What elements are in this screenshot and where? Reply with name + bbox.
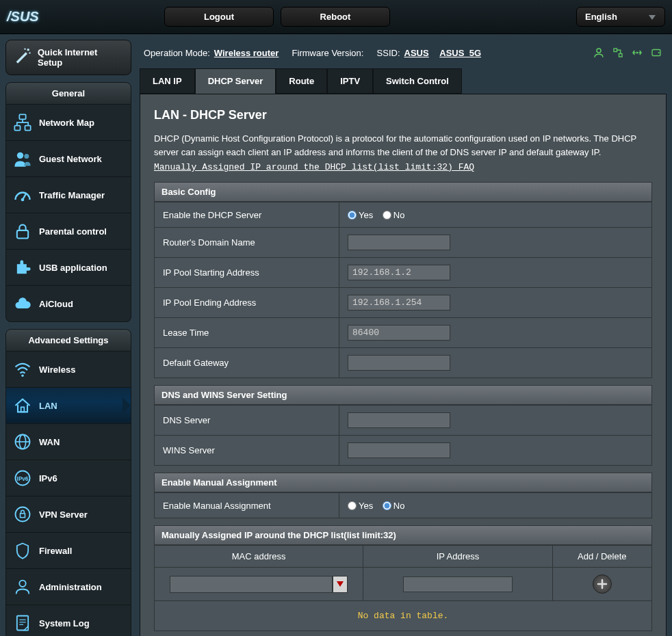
gateway-label: Default Gateway [155, 348, 339, 378]
reboot-button[interactable]: Reboot [281, 7, 390, 27]
sidebar-item-firewall[interactable]: Firewall [6, 533, 131, 569]
sidebar-item-lan[interactable]: LAN [6, 388, 131, 424]
svg-point-8 [24, 154, 29, 159]
home-icon [13, 396, 32, 415]
manual-header: Enable Manual Assignment [154, 473, 652, 492]
svg-point-2 [29, 52, 30, 53]
tab-lan-ip[interactable]: LAN IP [140, 68, 195, 94]
basic-config-header: Basic Config [154, 182, 652, 202]
sidebar-item-wireless[interactable]: Wireless [6, 352, 131, 388]
col-ip: IP Address [363, 546, 552, 568]
sidebar-item-vpn-server[interactable]: VPN Server [6, 496, 131, 533]
vpn-icon [13, 505, 32, 524]
domain-input[interactable] [348, 235, 450, 250]
sidebar-item-system-log[interactable]: System Log [6, 605, 131, 636]
pool-start-input[interactable] [348, 265, 450, 280]
pool-start-label: IP Pool Starting Address [155, 258, 339, 288]
language-label: English [585, 12, 617, 22]
dns-table: DNS Server WINS Server [154, 405, 652, 466]
svg-rect-28 [619, 54, 623, 57]
advanced-header: Advanced Settings [5, 329, 131, 352]
no-data-message: No data in table. [154, 601, 652, 631]
enable-dhcp-no[interactable] [383, 211, 391, 220]
svg-rect-5 [14, 126, 20, 131]
cloud-icon [13, 294, 32, 313]
pool-end-label: IP Pool Ending Address [155, 288, 339, 318]
mac-input[interactable] [170, 576, 333, 593]
svg-rect-27 [614, 49, 617, 52]
page-description: DHCP (Dynamic Host Configuration Protoco… [154, 132, 652, 159]
svg-point-31 [658, 52, 660, 53]
language-dropdown[interactable]: English [576, 7, 665, 27]
sidebar-item-traffic-manager[interactable]: Traffic Manager [6, 177, 131, 213]
mac-combo[interactable] [170, 576, 348, 593]
pool-end-input[interactable] [348, 295, 450, 310]
fw-label: Firmware Version: [292, 48, 364, 58]
ipv6-icon: IPv6 [13, 468, 32, 488]
mac-dropdown-button[interactable] [333, 576, 348, 593]
usb-status-icon[interactable] [631, 47, 643, 59]
svg-point-19 [16, 507, 30, 522]
svg-marker-0 [649, 15, 656, 20]
svg-point-10 [21, 198, 25, 202]
sidebar-item-parental-control[interactable]: Parental control [6, 213, 131, 250]
sidebar-item-aicloud[interactable]: AiCloud [6, 286, 131, 321]
sidebar-item-guest-network[interactable]: Guest Network [6, 141, 131, 177]
chevron-down-icon [337, 581, 344, 587]
enable-dhcp-yes[interactable] [348, 211, 357, 220]
lock-icon [13, 222, 32, 241]
svg-point-12 [21, 375, 24, 377]
manual-yes[interactable] [348, 501, 357, 510]
brand-logo: /SUS [7, 9, 144, 25]
lease-input[interactable] [348, 325, 450, 341]
sidebar-item-network-map[interactable]: Network Map [6, 105, 131, 141]
add-row-button[interactable] [593, 574, 612, 594]
dns-label: DNS Server [155, 406, 339, 436]
enable-dhcp-label: Enable the DHCP Server [155, 202, 339, 228]
mac-ip-table: MAC address IP Address Add / Delete [154, 545, 652, 601]
ssid-label: SSID: [377, 48, 400, 58]
network-map-icon [13, 113, 32, 132]
sidebar-item-usb-application[interactable]: USB application [6, 250, 131, 286]
sidebar-item-administration[interactable]: Administration [6, 569, 131, 605]
disk-status-icon[interactable] [650, 47, 662, 59]
tab-dhcp-server[interactable]: DHCP Server [195, 68, 276, 94]
gateway-input[interactable] [348, 355, 450, 371]
svg-rect-6 [25, 126, 31, 131]
wins-input[interactable] [348, 442, 450, 458]
basic-config-table: Enable the DHCP Server Yes No Router's D… [154, 202, 652, 378]
admin-icon [13, 577, 32, 596]
manual-no[interactable] [383, 501, 391, 510]
user-status-icon[interactable] [593, 47, 605, 59]
svg-point-29 [636, 52, 638, 54]
sidebar: Quick Internet Setup General Network Map… [0, 34, 137, 636]
tab-bar: LAN IP DHCP Server Route IPTV Switch Con… [140, 68, 667, 94]
logout-button[interactable]: Logout [164, 7, 274, 27]
shield-icon [13, 541, 32, 560]
users-icon [13, 149, 32, 168]
wifi-icon [13, 360, 32, 379]
ssid-1: ASUS [404, 48, 429, 58]
network-status-icon[interactable] [612, 47, 624, 59]
top-bar: /SUS Logout Reboot English [0, 0, 672, 34]
ip-input[interactable] [403, 577, 513, 592]
sidebar-item-ipv6[interactable]: IPv6 IPv6 [6, 460, 131, 496]
op-mode-label: Operation Mode: [144, 48, 210, 58]
quick-internet-setup[interactable]: Quick Internet Setup [5, 40, 131, 75]
puzzle-icon [13, 258, 32, 277]
svg-point-3 [24, 49, 25, 50]
faq-link[interactable]: Manually Assigned IP around the DHCP lis… [154, 162, 474, 172]
plus-icon [597, 579, 608, 589]
tab-route[interactable]: Route [276, 68, 327, 94]
op-mode-value[interactable]: Wireless router [214, 48, 279, 58]
svg-marker-32 [337, 581, 344, 587]
general-header: General [5, 82, 131, 105]
tab-switch-control[interactable]: Switch Control [373, 68, 462, 94]
tab-iptv[interactable]: IPTV [327, 68, 373, 94]
sidebar-item-wan[interactable]: WAN [6, 424, 131, 460]
svg-text:IPv6: IPv6 [17, 476, 29, 482]
svg-point-7 [17, 153, 23, 159]
quick-setup-label: Quick Internet Setup [38, 47, 97, 68]
globe-icon [13, 432, 32, 451]
dns-input[interactable] [348, 412, 450, 428]
